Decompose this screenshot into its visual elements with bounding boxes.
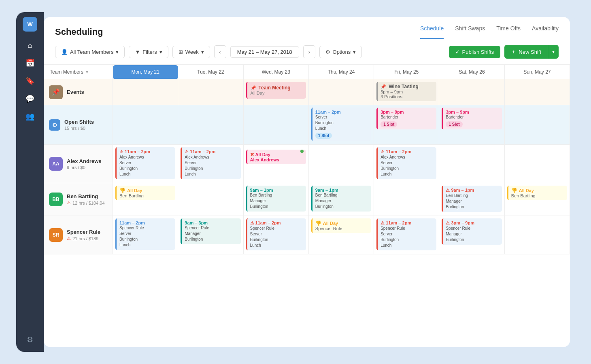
publish-shifts-btn[interactable]: ✓ Publish Shifts (449, 46, 501, 58)
prev-week-btn[interactable]: ‹ (214, 45, 226, 58)
thumb-icon-2: 👎 (511, 188, 517, 193)
alex-label-cell: AA Alex Andrews 9 hrs / $0 (44, 145, 113, 183)
sidebar-team[interactable]: 👥 (23, 109, 37, 124)
tab-schedule[interactable]: Schedule (420, 25, 444, 39)
alex-sat (439, 145, 504, 183)
ben-sun[interactable]: 👎 All Day Ben Bartling (504, 183, 570, 216)
tab-shift-swaps[interactable]: Shift Swaps (455, 25, 485, 39)
ben-shift-wed[interactable]: 9am – 1pm Ben BartlingManagerBurlington (246, 186, 306, 212)
open-shift-sat[interactable]: 3pm – 9pm Bartender 1 Slot (442, 108, 502, 129)
new-shift-dropdown-btn[interactable]: ▾ (548, 45, 559, 59)
main-content: Scheduling Schedule Shift Swaps Time Off… (44, 17, 570, 347)
open-fri[interactable]: 3pm – 9pm Bartender 1 Slot (374, 105, 439, 145)
alex-wed[interactable]: ✖ All Day Alex Andrews (243, 145, 308, 183)
spencer-sun (504, 216, 570, 254)
open-thu[interactable]: 11am – 2pm ServerBurlingtonLunch 1 Slot (308, 105, 374, 145)
green-dot-indicator (300, 150, 304, 153)
open-sun (504, 105, 570, 145)
col-mon: Mon, May 21 (113, 65, 178, 79)
spencer-shift-tue[interactable]: 9am – 3pm Spencer RuleManagerBurlington (181, 218, 240, 244)
open-shift-fri[interactable]: 3pm – 9pm Bartender 1 Slot (376, 108, 436, 129)
events-tue (178, 79, 243, 105)
open-mon (113, 105, 178, 145)
ben-wed[interactable]: 9am – 1pm Ben BartlingManagerBurlington (243, 183, 308, 216)
sidebar-home[interactable]: ⌂ (23, 38, 37, 53)
ben-mon[interactable]: 👎 All Day Ben Bartling (113, 183, 178, 216)
team-meeting-event[interactable]: 📌 Team Meeting All Day (246, 82, 306, 99)
alex-tue[interactable]: ⚠ 11am – 2pm Alex AndrewsServerBurlingto… (178, 145, 243, 183)
tab-availability[interactable]: Availability (532, 25, 559, 39)
tab-time-offs[interactable]: Time Offs (496, 25, 521, 39)
ben-allday-sun[interactable]: 👎 All Day Ben Bartling (507, 186, 567, 200)
spencer-shift-mon[interactable]: 11am – 2pm Spencer RuleServerBurlingtonL… (115, 218, 175, 250)
open-shifts-label-cell: ⚙ Open Shifts 15 hrs / $0 (44, 105, 113, 145)
ben-fri (374, 183, 439, 216)
alex-row: AA Alex Andrews 9 hrs / $0 ⚠ 11am – 2pm … (44, 145, 570, 183)
open-shifts-row: ⚙ Open Shifts 15 hrs / $0 (44, 105, 570, 145)
spencer-shift-fri[interactable]: ⚠ 11am – 2pm Spencer RuleServerBurlingto… (376, 218, 436, 250)
view-selector[interactable]: ⊞ Week ▾ (172, 46, 210, 58)
options-btn[interactable]: ⚙ Options ▾ (319, 46, 362, 58)
toolbar: 👤 All Team Members ▾ ▼ Filters ▾ ⊞ Week … (44, 39, 570, 65)
spencer-fri[interactable]: ⚠ 11am – 2pm Spencer RuleServerBurlingto… (374, 216, 439, 254)
ben-tue (178, 183, 243, 216)
events-wed[interactable]: 📌 Team Meeting All Day (243, 79, 308, 105)
alex-thu (308, 145, 374, 183)
new-shift-group: ＋ New Shift ▾ (504, 45, 559, 59)
wine-tasting-event[interactable]: 📌 Wine Tasting 5pm – 9pm 3 Positions (376, 82, 436, 101)
thumb-icon-3: 👎 (315, 220, 321, 226)
ben-allday-mon[interactable]: 👎 All Day Ben Bartling (115, 186, 175, 200)
open-sat[interactable]: 3pm – 9pm Bartender 1 Slot (439, 105, 504, 145)
spencer-tue[interactable]: 9am – 3pm Spencer RuleManagerBurlington (178, 216, 243, 254)
thumb-icon: 👎 (119, 188, 125, 193)
spencer-thu[interactable]: 👎 All Day Spencer Rule (308, 216, 374, 254)
col-thu: Thu, May 24 (308, 65, 374, 79)
alex-mon[interactable]: ⚠ 11am – 2pm Alex AndrewsServerBurlingto… (113, 145, 178, 183)
alex-fri[interactable]: ⚠ 11am – 2pm Alex AndrewsServerBurlingto… (374, 145, 439, 183)
alex-shift-fri[interactable]: ⚠ 11am – 2pm Alex AndrewsServerBurlingto… (376, 147, 436, 179)
plus-icon: ＋ (511, 48, 516, 55)
new-shift-btn[interactable]: ＋ New Shift (504, 45, 548, 59)
alex-shift-tue[interactable]: ⚠ 11am – 2pm Alex AndrewsServerBurlingto… (181, 147, 240, 179)
alex-allday-wed[interactable]: ✖ All Day Alex Andrews (246, 150, 306, 164)
ben-sat[interactable]: ⚠ 9am – 1pm Ben BartlingManagerBurlingto… (439, 183, 504, 216)
next-week-btn[interactable]: › (303, 45, 315, 58)
open-shift-thu[interactable]: 11am – 2pm ServerBurlingtonLunch 1 Slot (311, 108, 371, 141)
check-icon: ✓ (455, 49, 460, 55)
ben-shift-sat[interactable]: ⚠ 9am – 1pm Ben BartlingManagerBurlingto… (442, 186, 502, 212)
sidebar-settings[interactable]: ⚙ (23, 332, 37, 347)
spencer-wed[interactable]: ⚠ 11am – 2pm Spencer RuleServerBurlingto… (243, 216, 308, 254)
team-members-filter[interactable]: 👤 All Team Members ▾ (55, 46, 125, 58)
alex-shift-mon[interactable]: ⚠ 11am – 2pm Alex AndrewsServerBurlingto… (115, 147, 175, 179)
ben-avatar: BB (49, 193, 63, 206)
spencer-shift-sat[interactable]: ⚠ 3pm – 9pm Spencer RuleManagerBurlingto… (442, 218, 502, 245)
spencer-sat[interactable]: ⚠ 3pm – 9pm Spencer RuleManagerBurlingto… (439, 216, 504, 254)
chevron-down-icon: ▾ (116, 49, 119, 55)
sidebar-bookmark[interactable]: 🔖 (23, 74, 37, 88)
page-title: Scheduling (55, 27, 420, 37)
sidebar: W ⌂ 📅 🔖 💬 👥 ⚙ (16, 12, 44, 352)
sidebar-calendar[interactable]: 📅 (23, 56, 37, 70)
filter-icon: ▼ (135, 49, 140, 55)
filters-btn[interactable]: ▼ Filters ▾ (129, 46, 168, 58)
app-logo[interactable]: W (23, 17, 37, 32)
ben-thu[interactable]: 9am – 1pm Ben BartlingManagerBurlington (308, 183, 374, 216)
spencer-shift-wed[interactable]: ⚠ 11am – 2pm Spencer RuleServerBurlingto… (246, 218, 306, 250)
pin-icon-2: 📌 (381, 84, 386, 89)
spencer-label-cell: SR Spencer Rule ⚠ 21 hrs / $189 (44, 216, 113, 254)
events-fri[interactable]: 📌 Wine Tasting 5pm – 9pm 3 Positions (374, 79, 439, 105)
sidebar-chat[interactable]: 💬 (23, 91, 37, 106)
chevron-down-icon-4: ▾ (353, 49, 356, 55)
spencer-allday-thu[interactable]: 👎 All Day Spencer Rule (311, 218, 371, 233)
ben-label-cell: BB Ben Bartling ⚠ 12 hrs / $104.04 (44, 183, 113, 216)
spencer-mon[interactable]: 11am – 2pm Spencer RuleServerBurlingtonL… (113, 216, 178, 254)
events-sun (504, 79, 570, 105)
spencer-avatar: SR (49, 228, 63, 242)
pin-icon: 📌 (251, 85, 256, 91)
header: Scheduling Schedule Shift Swaps Time Off… (44, 17, 570, 39)
warn-icon: ⚠ (67, 200, 71, 205)
chevron-down-icon-3: ▾ (201, 49, 204, 55)
events-thu (308, 79, 374, 105)
team-icon: 👤 (61, 49, 68, 55)
ben-shift-thu[interactable]: 9am – 1pm Ben BartlingManagerBurlington (311, 186, 371, 212)
